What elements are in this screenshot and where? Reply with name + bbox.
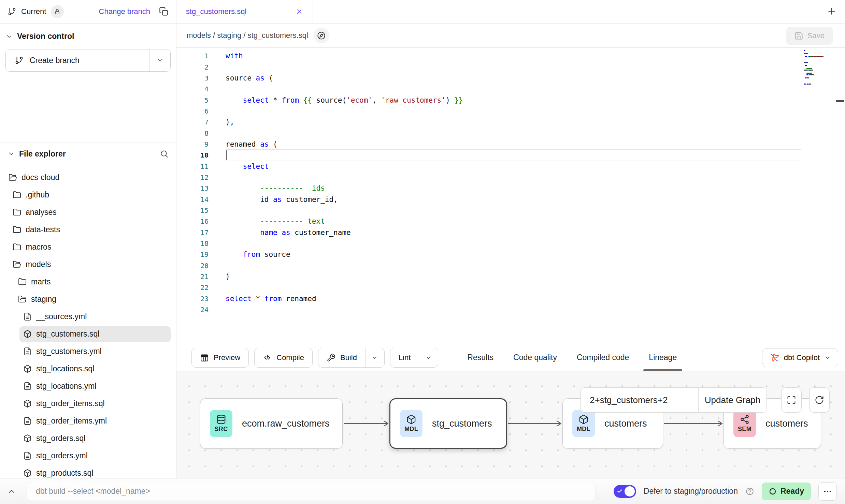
- code-line[interactable]: 12: [176, 172, 845, 183]
- chevron-down-icon[interactable]: [8, 150, 15, 158]
- panel-tab-results[interactable]: Results: [467, 344, 493, 371]
- create-branch-dropdown[interactable]: [149, 49, 170, 71]
- update-graph-button[interactable]: Update Graph: [698, 388, 767, 412]
- file-tree-item[interactable]: stg_customers.yml: [0, 343, 176, 360]
- cube-icon: [23, 330, 32, 338]
- chevron-down-icon[interactable]: [5, 33, 13, 40]
- refresh-button[interactable]: [809, 387, 830, 413]
- code-editor[interactable]: 1with23source as (45 select * from {{ so…: [176, 48, 845, 344]
- code-line-text: with: [226, 50, 801, 61]
- code-line[interactable]: 1with: [176, 50, 845, 61]
- file-tree-item[interactable]: macros: [0, 238, 176, 256]
- code-line[interactable]: 14 id as customer_id,: [176, 194, 845, 205]
- lint-dropdown[interactable]: [419, 348, 438, 367]
- code-line[interactable]: 2: [176, 61, 845, 72]
- lineage-panel[interactable]: SRC ecom.raw_customers MDL stg_customers…: [176, 371, 845, 478]
- copy-icon[interactable]: [159, 7, 169, 16]
- node-badge-label: SRC: [215, 426, 228, 433]
- change-branch-link[interactable]: Change branch: [99, 7, 150, 16]
- panel-tab-compiled-code[interactable]: Compiled code: [577, 344, 629, 371]
- lineage-selector-input[interactable]: [581, 388, 698, 412]
- code-line[interactable]: 24: [176, 304, 845, 315]
- code-line[interactable]: 9renamed as (: [176, 139, 845, 150]
- code-line[interactable]: 20: [176, 260, 845, 271]
- file-explorer: File explorer docs-cloud .github analyse…: [0, 143, 176, 478]
- file-tree-item[interactable]: analyses: [0, 204, 176, 221]
- code-line[interactable]: 15: [176, 205, 845, 216]
- defer-toggle[interactable]: [614, 485, 636, 498]
- code-line[interactable]: 8: [176, 128, 845, 138]
- code-line-text: select * from {{ source('ecom', 'raw_cus…: [226, 94, 801, 105]
- code-line[interactable]: 23select * from renamed: [176, 293, 845, 304]
- file-tree-item[interactable]: stg_locations.yml: [0, 377, 176, 395]
- command-input[interactable]: [27, 482, 596, 501]
- file-tree-item[interactable]: stg_orders.yml: [0, 447, 176, 464]
- file-tree-item[interactable]: __sources.yml: [0, 308, 176, 325]
- lint-button[interactable]: Lint: [390, 348, 438, 368]
- open-lineage-button[interactable]: [314, 28, 329, 43]
- code-line[interactable]: 17 name as customer_name: [176, 227, 845, 238]
- build-dropdown[interactable]: [365, 348, 384, 367]
- file-tree-item[interactable]: stg_products.sql: [0, 464, 176, 478]
- indent-guide: [226, 84, 226, 117]
- scrollbar-gutter: [836, 48, 836, 344]
- code-line[interactable]: 4: [176, 84, 845, 94]
- line-number: 23: [176, 295, 209, 303]
- code-line[interactable]: 22: [176, 282, 845, 293]
- code-line[interactable]: 7),: [176, 117, 845, 128]
- tab-stg-customers-sql[interactable]: stg_customers.sql: [176, 0, 313, 23]
- preview-button[interactable]: Preview: [191, 348, 249, 368]
- code-line[interactable]: 10: [176, 150, 845, 161]
- dbt-copilot-button[interactable]: dbt Copilot: [762, 348, 838, 367]
- new-tab-button[interactable]: [827, 6, 837, 16]
- file-tree-label: stg_customers.yml: [36, 347, 102, 356]
- code-line-text: [226, 106, 801, 117]
- file-tree-item[interactable]: stg_customers.sql: [0, 325, 176, 343]
- file-tree-item[interactable]: staging: [0, 291, 176, 308]
- code-line[interactable]: 16 ---------- text: [176, 216, 845, 227]
- search-icon[interactable]: [160, 149, 169, 158]
- lock-icon: [54, 9, 60, 15]
- file-tree-label: data-tests: [26, 225, 60, 234]
- file-tree-item[interactable]: stg_order_items.yml: [0, 412, 176, 430]
- code-line[interactable]: 5 select * from {{ source('ecom', 'raw_c…: [176, 94, 845, 105]
- panel-tab-lineage[interactable]: Lineage: [649, 344, 677, 371]
- file-tree-item[interactable]: .github: [0, 186, 176, 204]
- code-line[interactable]: 18: [176, 238, 845, 249]
- code-line[interactable]: 6: [176, 106, 845, 117]
- save-button[interactable]: Save: [786, 27, 833, 45]
- folder-icon: [13, 191, 21, 199]
- fullscreen-button[interactable]: [781, 387, 802, 413]
- compile-button[interactable]: Compile: [254, 348, 313, 368]
- line-number: 9: [176, 140, 209, 148]
- code-line-text: [226, 282, 801, 293]
- file-tree-item[interactable]: models: [0, 256, 176, 273]
- collapse-command-bar-button[interactable]: [0, 478, 23, 504]
- file-tree-item[interactable]: docs-cloud: [0, 169, 176, 186]
- more-options-button[interactable]: [818, 482, 837, 501]
- code-line[interactable]: 3source as (: [176, 73, 845, 84]
- code-line[interactable]: 19 from source: [176, 249, 845, 260]
- file-tree-item[interactable]: stg_locations.sql: [0, 360, 176, 377]
- status-circle-icon: [769, 487, 777, 495]
- code-line[interactable]: 13 ---------- ids: [176, 183, 845, 194]
- build-button[interactable]: Build: [318, 348, 385, 368]
- help-icon[interactable]: [745, 487, 754, 496]
- current-branch-label: Current: [21, 7, 46, 16]
- create-branch-button[interactable]: Create branch: [5, 49, 171, 72]
- file-tree-item[interactable]: stg_order_items.sql: [0, 395, 176, 412]
- code-line-text: [226, 172, 801, 183]
- file-tree-item[interactable]: stg_orders.sql: [0, 430, 176, 447]
- create-branch-main[interactable]: Create branch: [6, 49, 149, 71]
- lineage-node-ecom.raw_customers[interactable]: SRC ecom.raw_customers: [200, 398, 343, 449]
- lineage-node-stg_customers[interactable]: MDL stg_customers: [389, 398, 507, 449]
- file-tree-item[interactable]: marts: [0, 273, 176, 291]
- code-line[interactable]: 11 select: [176, 161, 845, 172]
- minimap[interactable]: [804, 50, 835, 87]
- file-tree-item[interactable]: data-tests: [0, 221, 176, 238]
- code-line[interactable]: 21): [176, 271, 845, 282]
- panel-tab-code-quality[interactable]: Code quality: [513, 344, 557, 371]
- close-icon[interactable]: [296, 8, 303, 15]
- code-line-text: [226, 304, 801, 315]
- line-number: 4: [176, 85, 209, 93]
